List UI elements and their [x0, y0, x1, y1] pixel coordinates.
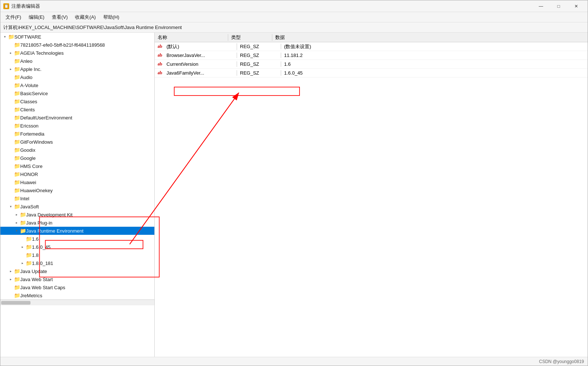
tree-item-label: Clients — [20, 107, 154, 112]
folder-icon: 📁 — [14, 162, 20, 170]
tree-item[interactable]: ▾📁JavaSoft — [0, 202, 154, 211]
registry-editor-window: 📋 注册表编辑器 — □ ✕ 文件(F) 编辑(E) 查看(V) 收藏夹(A) … — [0, 0, 588, 366]
expand-icon[interactable]: ▾ — [2, 33, 8, 41]
tree-item-label: Java Development Kit — [26, 212, 154, 218]
folder-icon: 📁 — [14, 49, 20, 57]
table-row[interactable]: ab CurrentVersion REG_SZ 1.6 — [155, 60, 588, 69]
tree-item[interactable]: 📁HMS Core — [0, 162, 154, 170]
tree-item[interactable]: 📁Fortemedia — [0, 130, 154, 138]
tree-item[interactable]: ▸📁Java Web Start — [0, 275, 154, 283]
tree-item[interactable]: 📁Classes — [0, 97, 154, 105]
tree-item[interactable]: ▸📁Java Update — [0, 267, 154, 275]
table-row[interactable]: ab BrowserJavaVer... REG_SZ 11.181.2 — [155, 51, 588, 60]
tree-item-label: SOFTWARE — [14, 34, 154, 40]
tree-item[interactable]: ▾📁Java Runtime Environment — [0, 227, 154, 235]
tree-item[interactable]: 📁Clients — [0, 105, 154, 114]
table-row[interactable]: ab Java6FamilyVer... REG_SZ 1.6.0_45 — [155, 69, 588, 78]
menu-file[interactable]: 文件(F) — [2, 12, 25, 22]
scrollbar-thumb[interactable] — [1, 301, 31, 305]
tree-panel[interactable]: ▾📁SOFTWARE📁78218057-efe0-5bff-b21f-f6484… — [0, 33, 155, 357]
tree-item-label: 1.6 — [32, 236, 154, 242]
menu-help[interactable]: 帮助(H) — [100, 12, 123, 22]
tree-item-label: Anleo — [20, 58, 154, 64]
folder-icon: 📁 — [14, 57, 20, 65]
tree-item[interactable]: 📁Huawei — [0, 178, 154, 186]
tree-item[interactable]: ▾📁SOFTWARE — [0, 33, 154, 41]
table-row[interactable]: ab (默认) REG_SZ (数值未设置) — [155, 42, 588, 51]
tree-item[interactable]: 📁1.8 — [0, 251, 154, 259]
tree-item[interactable]: ▸📁Java Development Kit — [0, 211, 154, 219]
window-title: 注册表编辑器 — [11, 3, 533, 10]
tree-item[interactable]: 📁DefaultUserEnvironment — [0, 114, 154, 122]
folder-icon: 📁 — [25, 251, 32, 259]
tree-item[interactable]: 📁GitForWindows — [0, 138, 154, 146]
expand-icon[interactable]: ▾ — [8, 202, 14, 211]
tree-item[interactable]: 📁Google — [0, 154, 154, 162]
folder-icon: 📁 — [14, 202, 20, 211]
value-icon: ab — [156, 70, 164, 76]
folder-icon: 📁 — [19, 219, 26, 227]
row-data: 11.181.2 — [281, 53, 588, 58]
tree-item[interactable]: 📁HONOR — [0, 170, 154, 178]
tree-item[interactable]: 📁A-Volute — [0, 81, 154, 89]
tree-item-label: HONOR — [20, 172, 154, 177]
col-header-data: 数据 — [272, 34, 588, 41]
expand-icon[interactable]: ▸ — [8, 65, 14, 73]
main-area: ▾📁SOFTWARE📁78218057-efe0-5bff-b21f-f6484… — [0, 33, 588, 357]
tree-item-label: AGEIA Technologies — [20, 50, 154, 56]
folder-icon: 📁 — [14, 81, 20, 89]
folder-icon: 📁 — [14, 73, 20, 81]
tree-item-label: JavaSoft — [20, 204, 154, 209]
folder-icon: 📁 — [14, 178, 20, 186]
folder-icon: 📁 — [25, 243, 32, 251]
expand-icon[interactable]: ▸ — [8, 275, 14, 283]
tree-item[interactable]: 📁78218057-efe0-5bff-b21f-f64841189568 — [0, 41, 154, 49]
tree-item[interactable]: 📁JreMetrics — [0, 291, 154, 299]
tree-item-label: Fortemedia — [20, 131, 154, 137]
tree-item[interactable]: 📁Java Web Start Caps — [0, 283, 154, 291]
folder-icon: 📁 — [14, 97, 20, 105]
menu-edit[interactable]: 编辑(E) — [25, 12, 48, 22]
expand-icon[interactable]: ▸ — [8, 267, 14, 275]
maximize-button[interactable]: □ — [550, 0, 567, 12]
tree-item-label: Java Plug-in — [26, 220, 154, 226]
expand-icon[interactable]: ▸ — [14, 219, 19, 227]
tree-item[interactable]: 📁Audio — [0, 73, 154, 81]
tree-item-label: GitForWindows — [20, 139, 154, 145]
minimize-button[interactable]: — — [533, 0, 549, 12]
expand-icon[interactable]: ▾ — [14, 227, 19, 235]
tree-item-label: A-Volute — [20, 83, 154, 88]
expand-icon[interactable]: ▸ — [14, 211, 19, 219]
menu-favorites[interactable]: 收藏夹(A) — [71, 12, 99, 22]
address-bar: 计算机\HKEY_LOCAL_MACHINE\SOFTWARE\JavaSoft… — [0, 22, 588, 33]
expand-icon[interactable]: ▸ — [19, 243, 25, 251]
tree-item[interactable]: 📁1.6 — [0, 235, 154, 243]
folder-icon: 📁 — [14, 170, 20, 178]
tree-item[interactable]: ▸📁AGEIA Technologies — [0, 49, 154, 57]
tree-item[interactable]: ▸📁Java Plug-in — [0, 219, 154, 227]
tree-item[interactable]: 📁HuaweiOnekey — [0, 186, 154, 194]
right-panel: 名称 类型 数据 ab (默认) REG_SZ (数值未设置) ab Brows… — [155, 33, 588, 357]
tree-item[interactable]: ▸📁Apple Inc. — [0, 65, 154, 73]
tree-item[interactable]: ▸📁1.8.0_181 — [0, 259, 154, 267]
tree-item[interactable]: 📁Ericsson — [0, 122, 154, 130]
tree-item[interactable]: 📁Goodix — [0, 146, 154, 154]
row-name: (默认) — [164, 43, 237, 50]
close-button[interactable]: ✕ — [568, 0, 585, 12]
folder-icon: 📁 — [14, 41, 20, 49]
folder-icon: 📁 — [14, 89, 20, 97]
menu-view[interactable]: 查看(V) — [48, 12, 71, 22]
tree-item-label: Goodix — [20, 147, 154, 153]
expand-icon[interactable]: ▸ — [8, 49, 14, 57]
row-data: (数值未设置) — [281, 43, 588, 50]
expand-icon[interactable]: ▸ — [19, 259, 25, 267]
tree-item[interactable]: 📁Intel — [0, 194, 154, 202]
col-header-name: 名称 — [155, 34, 228, 41]
col-header-type: 类型 — [228, 34, 272, 41]
tree-item[interactable]: 📁Anleo — [0, 57, 154, 65]
tree-item[interactable]: ▸📁1.6.0_45 — [0, 243, 154, 251]
folder-icon: 📁 — [14, 186, 20, 194]
tree-item[interactable]: 📁BasicService — [0, 89, 154, 97]
horizontal-scrollbar[interactable] — [0, 299, 154, 305]
folder-icon: 📁 — [14, 138, 20, 146]
